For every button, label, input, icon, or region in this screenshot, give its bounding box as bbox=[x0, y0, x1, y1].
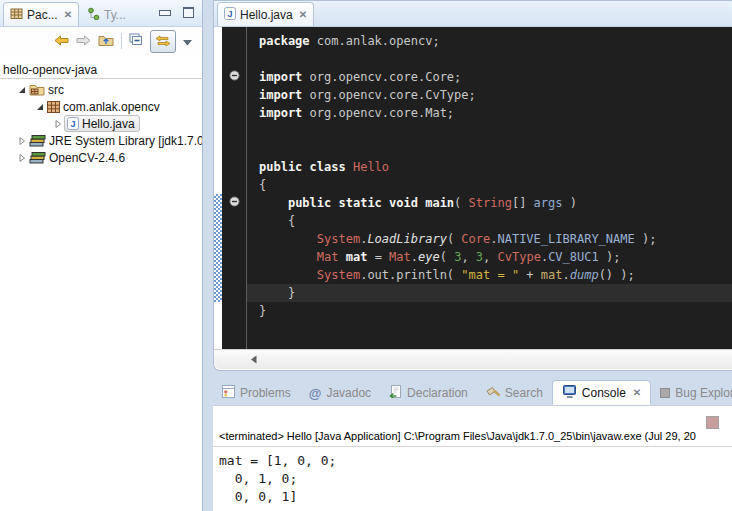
code-line[interactable] bbox=[247, 140, 732, 158]
horizontal-scrollbar[interactable] bbox=[214, 349, 732, 369]
range-indicator bbox=[214, 194, 222, 302]
tab-label: Pac... bbox=[27, 8, 58, 22]
horizontal-sash[interactable] bbox=[213, 369, 732, 379]
terminate-button[interactable] bbox=[706, 416, 719, 429]
explorer-tree: hello-opencv-java src com.anlak.opencv bbox=[0, 55, 202, 166]
selected-tree-item[interactable]: J Hello.java bbox=[64, 115, 140, 132]
up-folder-icon[interactable] bbox=[98, 32, 114, 50]
tab-label: Problems bbox=[240, 386, 291, 400]
minimize-icon[interactable] bbox=[159, 10, 171, 16]
svg-text:J: J bbox=[227, 9, 232, 19]
type-hierarchy-icon bbox=[87, 7, 100, 23]
code-line[interactable]: System.out.println( "mat = " + mat.dump(… bbox=[247, 266, 732, 284]
problems-icon bbox=[222, 385, 235, 401]
code-line[interactable]: Mat mat = Mat.eye( 3, 3, CvType.CV_8UC1 … bbox=[247, 248, 732, 266]
library-icon bbox=[29, 151, 46, 164]
tab-problems[interactable]: Problems bbox=[213, 381, 300, 405]
tab-label: Ty... bbox=[104, 8, 126, 22]
code-line[interactable]: public static void main( String[] args ) bbox=[247, 194, 732, 212]
search-icon bbox=[486, 386, 500, 401]
explorer-toolbar bbox=[0, 27, 202, 55]
tree-item-label: com.anlak.opencv bbox=[63, 100, 160, 114]
folding-ruler[interactable] bbox=[222, 27, 246, 349]
tree-item-package[interactable]: com.anlak.opencv bbox=[0, 98, 202, 115]
expanded-twistie-icon[interactable] bbox=[16, 85, 28, 95]
close-icon[interactable]: ✕ bbox=[299, 9, 307, 20]
tree-item-jre-library[interactable]: JRE System Library [jdk1.7.0 bbox=[0, 132, 202, 149]
tab-label: Hello.java bbox=[240, 8, 293, 22]
back-arrow-icon[interactable] bbox=[54, 32, 69, 50]
java-file-icon: J bbox=[67, 117, 79, 130]
link-with-editor-button[interactable] bbox=[150, 30, 176, 53]
annotation-ruler[interactable] bbox=[214, 27, 222, 349]
tab-label: Bug Explorer bbox=[675, 386, 732, 400]
tree-item-project[interactable]: hello-opencv-java bbox=[0, 62, 202, 79]
tab-hello-java[interactable]: J Hello.java ✕ bbox=[217, 2, 314, 26]
tree-item-label: hello-opencv-java bbox=[3, 63, 97, 77]
bug-explorer-icon bbox=[660, 388, 670, 398]
close-icon[interactable]: ✕ bbox=[633, 387, 641, 398]
tab-label: Declaration bbox=[407, 386, 468, 400]
editor-body: package com.anlak.opencv; import org.ope… bbox=[214, 27, 732, 349]
tree-item-label: Hello.java bbox=[82, 117, 135, 131]
code-line[interactable]: import org.opencv.core.Core; bbox=[247, 68, 732, 86]
editor-area: J Hello.java ✕ package com.anlak.opencv;… bbox=[213, 0, 732, 371]
toolbar-separator bbox=[121, 33, 122, 49]
console-icon bbox=[562, 385, 577, 401]
code-line[interactable]: System.LoadLibrary( Core.NATIVE_LIBRARY_… bbox=[247, 230, 732, 248]
vertical-sash[interactable] bbox=[202, 0, 213, 511]
source-folder-icon bbox=[29, 83, 45, 96]
tab-package-explorer[interactable]: Pac... ✕ bbox=[3, 2, 79, 26]
code-line[interactable] bbox=[247, 50, 732, 68]
tab-declaration[interactable]: Declaration bbox=[380, 381, 477, 405]
code-line[interactable]: { bbox=[247, 212, 732, 230]
maximize-icon[interactable] bbox=[183, 7, 194, 18]
forward-arrow-icon[interactable] bbox=[76, 32, 91, 50]
package-icon bbox=[47, 101, 60, 113]
scroll-left-arrow-icon[interactable] bbox=[250, 355, 258, 364]
collapse-all-icon[interactable] bbox=[129, 32, 143, 50]
tab-console[interactable]: Console ✕ bbox=[552, 380, 651, 405]
code-line[interactable]: package com.anlak.opencv; bbox=[247, 32, 732, 50]
view-menu-icon[interactable] bbox=[183, 32, 192, 50]
console-view: Problems @ Javadoc Declaration Search bbox=[213, 379, 732, 511]
tab-label: Console bbox=[582, 386, 626, 400]
eclipse-workbench: Pac... ✕ Ty... bbox=[0, 0, 732, 511]
package-explorer-view: Pac... ✕ Ty... bbox=[0, 0, 203, 511]
tab-type-hierarchy[interactable]: Ty... bbox=[79, 3, 134, 26]
code-line[interactable]: { bbox=[247, 176, 732, 194]
editor-tab-bar: J Hello.java ✕ bbox=[214, 1, 732, 27]
code-line[interactable]: public class Hello bbox=[247, 158, 732, 176]
library-icon bbox=[29, 134, 46, 147]
tree-item-src[interactable]: src bbox=[0, 81, 202, 98]
code-line[interactable]: import org.opencv.core.CvType; bbox=[247, 86, 732, 104]
code-lines[interactable]: package com.anlak.opencv; import org.ope… bbox=[246, 27, 732, 349]
collapsed-twistie-icon[interactable] bbox=[16, 136, 28, 146]
tree-item-opencv-library[interactable]: OpenCV-2.4.6 bbox=[0, 149, 202, 166]
tab-bug-explorer[interactable]: Bug Explorer bbox=[651, 381, 732, 405]
javadoc-icon: @ bbox=[309, 386, 322, 401]
code-line[interactable] bbox=[247, 122, 732, 140]
fold-minus-icon[interactable] bbox=[229, 193, 240, 211]
collapsed-twistie-icon[interactable] bbox=[16, 153, 28, 163]
code-line[interactable]: } bbox=[247, 284, 732, 302]
tab-search[interactable]: Search bbox=[477, 381, 552, 405]
declaration-icon bbox=[389, 385, 402, 401]
tree-item-hello-java[interactable]: J Hello.java bbox=[0, 115, 202, 132]
console-output[interactable]: mat = [1, 0, 0; 0, 1, 0; 0, 0, 1] bbox=[219, 452, 732, 506]
link-with-editor-icon bbox=[155, 35, 171, 47]
tab-label: Search bbox=[505, 386, 543, 400]
tab-javadoc[interactable]: @ Javadoc bbox=[300, 381, 380, 405]
fold-minus-icon[interactable] bbox=[229, 67, 240, 85]
tree-item-label: JRE System Library [jdk1.7.0 bbox=[49, 134, 202, 148]
code-line[interactable]: import org.opencv.core.Mat; bbox=[247, 104, 732, 122]
console-tab-bar: Problems @ Javadoc Declaration Search bbox=[213, 379, 732, 405]
java-file-icon: J bbox=[224, 7, 236, 23]
code-line[interactable]: } bbox=[247, 302, 732, 320]
svg-text:J: J bbox=[70, 119, 75, 129]
tree-item-label: OpenCV-2.4.6 bbox=[49, 151, 125, 165]
collapsed-twistie-icon[interactable] bbox=[52, 119, 64, 129]
expanded-twistie-icon[interactable] bbox=[34, 102, 46, 112]
close-icon[interactable]: ✕ bbox=[64, 9, 72, 20]
console-body: <terminated> Hello [Java Application] C:… bbox=[213, 405, 732, 511]
